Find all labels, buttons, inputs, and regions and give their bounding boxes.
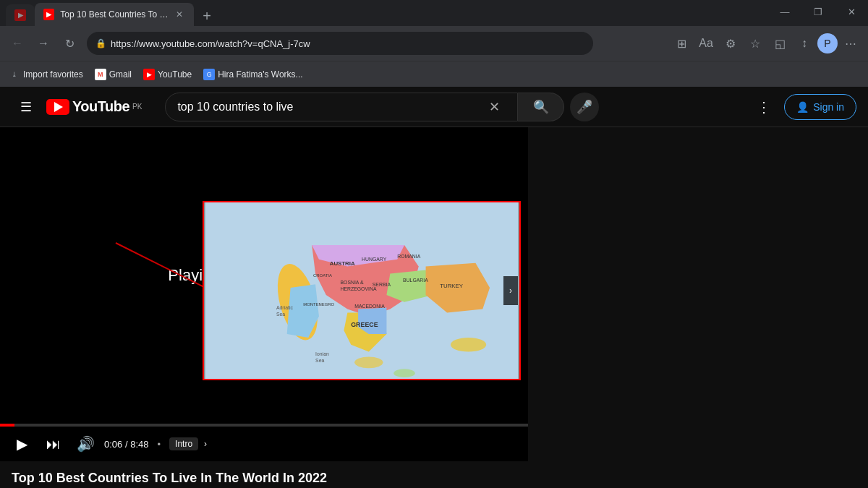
search-input[interactable] [177, 100, 483, 114]
toolbar-icons: ⊞ Aa ⚙ ☆ ◱ ↕ P ⋯ [670, 32, 862, 55]
svg-text:CROATIA: CROATIA [313, 273, 332, 278]
svg-text:HERZEGOVINA: HERZEGOVINA [340, 286, 376, 291]
svg-text:HUNGARY: HUNGARY [362, 257, 387, 262]
bookmark-youtube[interactable]: ▶ YouTube [143, 69, 192, 80]
svg-point-28 [393, 369, 415, 377]
search-input-wrap[interactable]: ✕ [165, 93, 518, 121]
video-section: Playing in picture-in-picture [0, 127, 528, 488]
more-options-icon[interactable]: ⋯ [839, 32, 862, 55]
import-icon: ⤓ [9, 69, 20, 80]
header-more-options-button[interactable]: ⋮ [749, 93, 778, 121]
search-clear-button[interactable]: ✕ [483, 99, 506, 115]
active-tab-favicon: ▶ [43, 9, 54, 20]
map-visualization: AUSTRIA HUNGARY ROMANIA CROATIA BOSNIA &… [204, 202, 519, 379]
bookmark-import[interactable]: ⤓ Import favorites [9, 69, 83, 80]
youtube-content: Playing in picture-in-picture [0, 127, 868, 488]
svg-text:GREECE: GREECE [351, 321, 378, 328]
youtube-logo-text: YouTube [72, 98, 129, 115]
tab-inactive[interactable]: ▶ [6, 4, 35, 26]
bookmarks-bar: ⤓ Import favorites M Gmail ▶ YouTube G H… [0, 61, 868, 87]
reader-view-icon[interactable]: Aa [694, 32, 718, 55]
svg-text:SERBIA: SERBIA [373, 282, 391, 287]
close-button[interactable]: ✕ [835, 0, 868, 23]
chapter-expand-icon[interactable]: › [204, 439, 207, 449]
new-tab-button[interactable]: + [197, 6, 217, 26]
tab-favicon: ▶ [14, 9, 26, 21]
volume-button[interactable]: 🔊 [72, 431, 98, 457]
gmail-label: Gmail [109, 69, 132, 80]
search-box: ✕ 🔍 🎤 [165, 93, 599, 121]
youtube-logo[interactable]: YouTube PK [46, 98, 142, 115]
bookmark-gmail[interactable]: M Gmail [95, 69, 132, 80]
tab-close-button[interactable]: ✕ [174, 9, 185, 20]
favorites-icon[interactable]: ☆ [744, 32, 767, 55]
svg-point-29 [451, 338, 486, 352]
svg-text:AUSTRIA: AUSTRIA [330, 260, 355, 267]
yt-label: YouTube [158, 69, 192, 80]
microphone-icon: 🎤 [576, 99, 592, 115]
import-label: Import favorites [23, 69, 83, 80]
collections-icon[interactable]: ◱ [768, 32, 791, 55]
profile-avatar[interactable]: P [817, 33, 838, 53]
svg-text:Sea: Sea [276, 312, 285, 317]
svg-text:Ionian: Ionian [315, 351, 329, 356]
youtube-region-label: PK [132, 103, 142, 111]
user-icon: 👤 [796, 101, 809, 113]
svg-text:MACEDONIA: MACEDONIA [354, 304, 385, 309]
svg-text:Adriatic: Adriatic [276, 305, 293, 310]
progress-fill [0, 424, 14, 427]
video-controls: ▶ ⏭ 🔊 0:06 / 8:48 • Intro › [0, 427, 528, 461]
gmail-favicon: M [95, 69, 106, 80]
video-title: Top 10 Best Countries To Live In The Wor… [12, 470, 516, 487]
bullet-separator: • [157, 439, 161, 450]
total-time: 8:48 [130, 439, 148, 450]
tab-active[interactable]: ▶ Top 10 Best Countries To Li... ✕ [35, 3, 194, 26]
active-tab-title: Top 10 Best Countries To Li... [60, 9, 168, 20]
address-bar-row: ← → ↻ 🔒 https://www.youtube.com/watch?v=… [0, 26, 868, 61]
hamburger-menu-button[interactable]: ☰ [12, 93, 41, 121]
browser-frame: ▶ ▶ Top 10 Best Countries To Li... ✕ + —… [0, 0, 868, 488]
svg-text:BOSNIA &: BOSNIA & [340, 280, 364, 285]
minimize-button[interactable]: — [768, 0, 801, 23]
search-button[interactable]: 🔍 [518, 93, 564, 121]
svg-text:Sea: Sea [315, 358, 324, 363]
chapter-label[interactable]: Intro [169, 437, 198, 450]
address-box[interactable]: 🔒 https://www.youtube.com/watch?v=qCNA_j… [87, 32, 593, 55]
header-right-actions: ⋮ 👤 Sign in [749, 93, 856, 121]
back-button[interactable]: ← [6, 32, 29, 55]
voice-search-button[interactable]: 🎤 [570, 93, 599, 121]
bookmark-hira[interactable]: G Hira Fatima's Works... [203, 69, 302, 80]
video-progress-bar[interactable] [0, 424, 528, 427]
next-button[interactable]: ⏭ [41, 431, 67, 457]
extensions-icon[interactable]: ⊞ [670, 32, 693, 55]
sign-in-label: Sign in [813, 101, 844, 113]
svg-text:BULGARIA: BULGARIA [403, 278, 428, 283]
refresh-button[interactable]: ↻ [58, 32, 81, 55]
youtube-app: ☰ YouTube PK ✕ 🔍 🎤 [0, 87, 868, 488]
current-time: 0:06 [104, 439, 122, 450]
address-text: https://www.youtube.com/watch?v=qCNA_j-7… [111, 38, 584, 49]
svg-text:MONTENEGRO: MONTENEGRO [303, 302, 334, 307]
svg-text:TURKEY: TURKEY [440, 283, 464, 289]
pip-collapse-button[interactable]: › [503, 276, 518, 305]
video-player[interactable]: Playing in picture-in-picture [0, 127, 528, 424]
map-svg: AUSTRIA HUNGARY ROMANIA CROATIA BOSNIA &… [204, 202, 519, 379]
browser-settings-icon[interactable]: ⚙ [719, 32, 742, 55]
yt-bookmark-favicon: ▶ [143, 69, 155, 80]
pip-window[interactable]: AUSTRIA HUNGARY ROMANIA CROATIA BOSNIA &… [203, 201, 521, 380]
hira-label: Hira Fatima's Works... [218, 69, 302, 80]
video-info: Top 10 Best Countries To Live In The Wor… [0, 461, 528, 488]
time-display: 0:06 / 8:48 [104, 439, 148, 450]
svg-point-27 [354, 357, 383, 369]
forward-button[interactable]: → [32, 32, 55, 55]
maximize-button[interactable]: ❐ [801, 0, 835, 23]
play-triangle-icon [54, 102, 63, 112]
lock-icon: 🔒 [95, 38, 106, 48]
play-button[interactable]: ▶ [9, 431, 35, 457]
google-favicon: G [203, 69, 215, 80]
svg-text:ROMANIA: ROMANIA [397, 254, 421, 259]
search-icon: 🔍 [533, 99, 549, 115]
youtube-header: ☰ YouTube PK ✕ 🔍 🎤 [0, 87, 868, 127]
profile-sync-icon[interactable]: ↕ [793, 32, 816, 55]
sign-in-button[interactable]: 👤 Sign in [784, 94, 856, 120]
